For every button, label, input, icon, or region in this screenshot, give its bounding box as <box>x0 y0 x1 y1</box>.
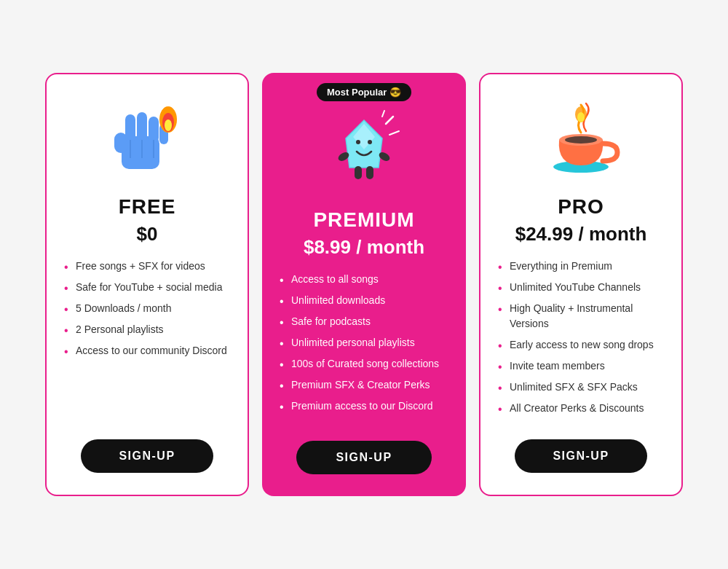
svg-line-15 <box>389 131 399 135</box>
list-item: Early access to new song drops <box>498 337 664 353</box>
list-item: All Creator Perks & Discounts <box>498 401 664 416</box>
list-item: Invite team members <box>498 358 664 374</box>
list-item: Unlimited YouTube Channels <box>498 280 664 295</box>
list-item: 5 Downloads / month <box>64 301 230 316</box>
list-item: Access to all songs <box>280 272 448 287</box>
premium-plan-price: $8.99 / month <box>304 236 424 259</box>
list-item: Unlimited downloads <box>280 293 448 308</box>
free-icon <box>103 96 191 184</box>
svg-line-16 <box>382 111 384 117</box>
pro-features-list: Everything in Premium Unlimited YouTube … <box>498 259 664 422</box>
svg-rect-2 <box>125 114 135 142</box>
svg-line-14 <box>386 117 393 124</box>
svg-point-25 <box>565 136 597 144</box>
free-plan-price: $0 <box>137 223 158 246</box>
free-plan-name: FREE <box>119 195 176 219</box>
list-item: Unlimited SFX & SFX Packs <box>498 380 664 395</box>
svg-point-11 <box>165 119 172 131</box>
list-item: Safe for YouTube + social media <box>64 280 230 295</box>
list-item: 100s of Curated song collections <box>280 356 448 372</box>
svg-rect-4 <box>149 117 159 143</box>
pricing-container: FREE $0 Free songs + SFX for videos Safe… <box>31 44 697 525</box>
premium-signup-button[interactable]: SIGN-UP <box>296 441 432 474</box>
free-signup-button[interactable]: SIGN-UP <box>81 439 213 473</box>
list-item: Everything in Premium <box>498 259 664 274</box>
premium-plan-name: PREMIUM <box>313 208 414 232</box>
list-item: Access to our community Discord <box>64 343 230 358</box>
pro-signup-button[interactable]: SIGN-UP <box>515 439 647 473</box>
premium-features-list: Access to all songs Unlimited downloads … <box>280 272 448 423</box>
card-premium: Most Popular 😎 <box>262 73 466 496</box>
svg-point-17 <box>356 140 360 144</box>
list-item: Free songs + SFX for videos <box>64 259 230 274</box>
svg-rect-3 <box>137 112 147 141</box>
list-item: Safe for podcasts <box>280 314 448 329</box>
pro-plan-price: $24.99 / month <box>515 223 647 246</box>
pro-plan-name: PRO <box>558 195 604 219</box>
list-item: Premium access to our Discord <box>280 399 448 414</box>
list-item: High Quality + Instrumental Versions <box>498 301 664 331</box>
list-item: Premium SFX & Creator Perks <box>280 377 448 393</box>
svg-point-18 <box>368 140 372 144</box>
free-features-list: Free songs + SFX for videos Safe for You… <box>64 259 230 422</box>
premium-icon <box>320 109 408 197</box>
list-item: 2 Personal playlists <box>64 322 230 337</box>
svg-point-27 <box>577 112 585 122</box>
svg-rect-21 <box>355 166 362 179</box>
list-item: Unlimited personal playlists <box>280 335 448 350</box>
card-free: FREE $0 Free songs + SFX for videos Safe… <box>45 73 249 496</box>
card-pro: PRO $24.99 / month Everything in Premium… <box>479 73 683 496</box>
svg-rect-22 <box>366 166 373 179</box>
pro-icon <box>537 96 625 184</box>
most-popular-badge: Most Popular 😎 <box>317 83 411 101</box>
